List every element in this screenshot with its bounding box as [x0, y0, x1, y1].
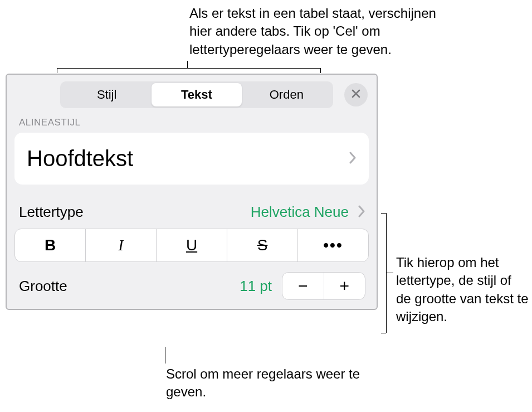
paragraph-style-row[interactable]: Hoofdtekst [14, 133, 369, 185]
format-button-group: B I U S ••• [14, 229, 369, 262]
close-icon [351, 89, 361, 101]
italic-button[interactable]: I [86, 229, 157, 261]
chevron-right-icon [349, 152, 357, 166]
size-stepper: − + [282, 272, 365, 300]
annotation-right: Tik hierop om het lettertype, de stijl o… [396, 254, 530, 326]
size-value: 11 pt [67, 278, 282, 295]
font-row[interactable]: Lettertype Helvetica Neue [14, 197, 369, 229]
font-value: Helvetica Neue [84, 203, 358, 221]
size-row: Grootte 11 pt − + [14, 272, 369, 309]
bold-button[interactable]: B [15, 229, 86, 261]
size-increase-button[interactable]: + [324, 273, 365, 299]
size-decrease-button[interactable]: − [282, 273, 324, 299]
tab-arrange[interactable]: Orden [242, 83, 331, 106]
close-button[interactable] [344, 83, 368, 106]
chevron-right-icon [358, 205, 365, 220]
callout-line [386, 273, 393, 273]
panel-header: Stijl Tekst Orden [7, 75, 377, 114]
tab-text[interactable]: Tekst [152, 83, 241, 106]
strikethrough-button[interactable]: S [227, 229, 298, 261]
font-section: Lettertype Helvetica Neue B I U S ••• Gr… [7, 197, 377, 309]
tab-style[interactable]: Stijl [62, 83, 152, 106]
more-button[interactable]: ••• [298, 229, 368, 261]
callout-line [165, 347, 165, 363]
paragraph-style-value: Hoofdtekst [27, 146, 133, 171]
size-label: Grootte [19, 278, 67, 295]
callout-line [381, 213, 386, 214]
callout-line [57, 68, 57, 73]
paragraph-style-label: ALINEASTIJL [7, 114, 377, 133]
annotation-top: Als er tekst in een tabel staat, verschi… [189, 4, 457, 59]
font-label: Lettertype [19, 203, 84, 221]
callout-line [57, 68, 320, 69]
callout-line [320, 68, 321, 73]
format-panel: Stijl Tekst Orden ALINEASTIJL Hoofdtekst… [6, 74, 378, 310]
callout-line [381, 333, 386, 333]
segmented-control: Stijl Tekst Orden [60, 81, 333, 108]
annotation-bottom: Scrol om meer regelaars weer te geven. [166, 365, 361, 401]
underline-button[interactable]: U [157, 229, 227, 261]
callout-line [187, 61, 188, 68]
